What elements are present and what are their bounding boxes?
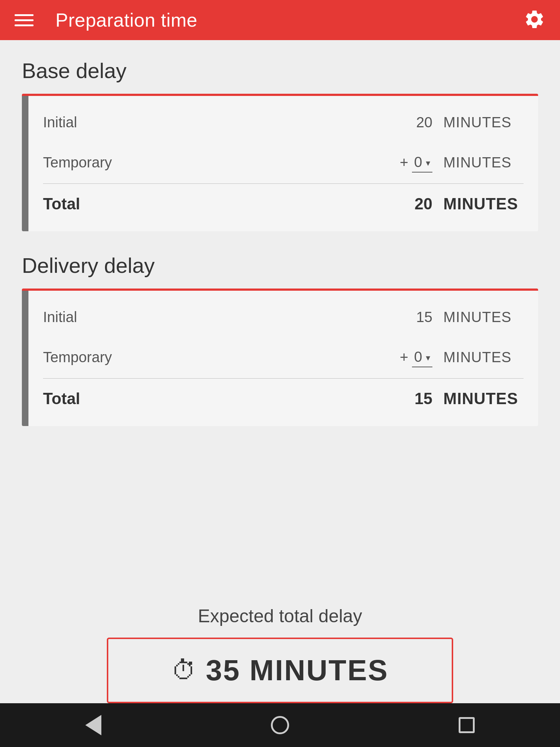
page-title: Preparation time: [55, 9, 524, 31]
base-delay-temporary-unit: MINUTES: [443, 154, 524, 171]
delivery-delay-heading: Delivery delay: [22, 253, 538, 278]
delivery-delay-total-row: Total 15 MINUTES: [43, 379, 524, 419]
delivery-delay-initial-value: 15: [389, 309, 432, 325]
delivery-delay-temporary-label: Temporary: [43, 349, 400, 365]
expected-total-section: Expected total delay ⏱ 35 MINUTES: [0, 591, 560, 703]
nav-back-button[interactable]: [79, 711, 108, 740]
delivery-delay-initial-label: Initial: [43, 309, 389, 325]
menu-button[interactable]: [15, 14, 34, 26]
timer-icon: ⏱: [171, 656, 197, 685]
delivery-delay-total-value: 15: [389, 390, 432, 408]
base-delay-card: Initial 20 MINUTES Temporary + 0 ▾ MINUT…: [22, 94, 538, 231]
base-delay-temporary-value: 0: [414, 154, 422, 170]
base-delay-left-accent: [22, 96, 28, 231]
delivery-delay-temporary-value: 0: [414, 349, 422, 365]
back-icon: [85, 715, 101, 735]
nav-recent-button[interactable]: [452, 711, 481, 740]
expected-total-value: 35 MINUTES: [206, 654, 388, 687]
chevron-down-icon: ▾: [426, 353, 430, 363]
bottom-nav-bar: [0, 703, 560, 747]
base-delay-total-unit: MINUTES: [443, 195, 524, 213]
expected-total-label: Expected total delay: [198, 605, 362, 627]
base-delay-temporary-row: Temporary + 0 ▾ MINUTES: [43, 142, 524, 183]
delivery-delay-rows: Initial 15 MINUTES Temporary + 0 ▾ MINUT…: [28, 291, 538, 426]
expected-total-box: ⏱ 35 MINUTES: [107, 638, 453, 703]
delivery-delay-total-label: Total: [43, 390, 389, 408]
base-delay-initial-unit: MINUTES: [443, 114, 524, 131]
base-delay-temporary-label: Temporary: [43, 154, 400, 171]
home-icon: [271, 716, 289, 734]
base-delay-initial-row: Initial 20 MINUTES: [43, 103, 524, 142]
main-content: Base delay Initial 20 MINUTES Temporary …: [0, 40, 560, 591]
delivery-delay-temporary-dropdown[interactable]: 0 ▾: [412, 347, 432, 367]
delivery-delay-temporary-row: Temporary + 0 ▾ MINUTES: [43, 336, 524, 378]
delivery-delay-initial-row: Initial 15 MINUTES: [43, 298, 524, 336]
delivery-delay-card: Initial 15 MINUTES Temporary + 0 ▾ MINUT…: [22, 289, 538, 426]
base-delay-total-row: Total 20 MINUTES: [43, 184, 524, 224]
recent-icon: [459, 717, 475, 733]
settings-button[interactable]: [524, 8, 545, 32]
delivery-delay-total-unit: MINUTES: [443, 390, 524, 408]
base-delay-initial-label: Initial: [43, 114, 389, 131]
base-delay-initial-value: 20: [389, 114, 432, 131]
delivery-delay-temporary-unit: MINUTES: [443, 349, 524, 365]
delivery-delay-initial-unit: MINUTES: [443, 309, 524, 325]
delivery-delay-left-accent: [22, 291, 28, 426]
base-delay-rows: Initial 20 MINUTES Temporary + 0 ▾ MINUT…: [28, 96, 538, 231]
base-delay-heading: Base delay: [22, 58, 538, 83]
base-delay-temp-prefix: +: [400, 154, 408, 171]
delivery-delay-temp-prefix: +: [400, 349, 408, 365]
app-bar: Preparation time: [0, 0, 560, 40]
base-delay-temporary-dropdown[interactable]: 0 ▾: [412, 152, 432, 173]
base-delay-total-label: Total: [43, 195, 389, 213]
nav-home-button[interactable]: [265, 711, 295, 740]
base-delay-total-value: 20: [389, 195, 432, 213]
chevron-down-icon: ▾: [426, 158, 430, 168]
